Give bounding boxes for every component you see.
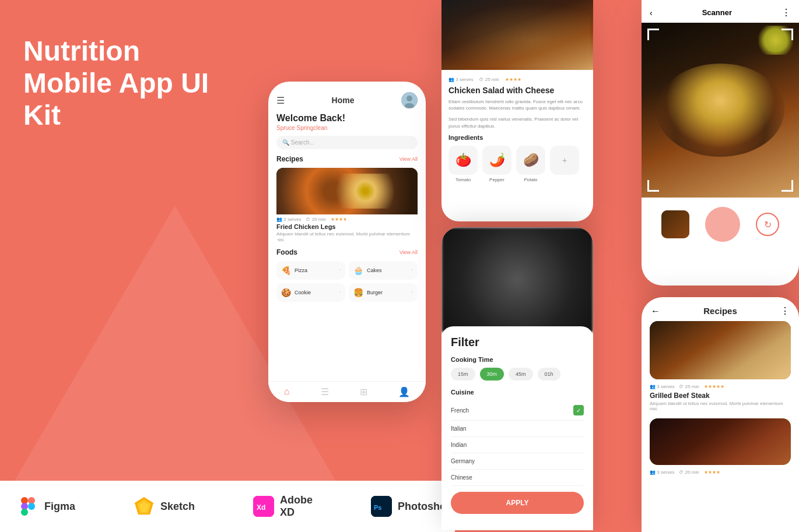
tool-adobexd: Xd Adobe XD <box>253 494 313 519</box>
recipe-image <box>276 168 418 214</box>
time-15m[interactable]: 15m <box>451 368 475 380</box>
recipe-card[interactable]: 👥 2 serves ⏱ 20 min ★★★★ Fried Chicken L… <box>276 168 418 244</box>
ingredients-title: Ingredients <box>448 134 586 141</box>
recipes-back-icon[interactable]: ← <box>651 306 660 316</box>
recipe-list-item-2[interactable]: 👥 3 serves ⏱ 20 min ★★★★ <box>642 418 799 484</box>
svg-text:Xd: Xd <box>257 503 265 512</box>
recipes-title: Recipes <box>276 155 303 163</box>
time-01h[interactable]: 01h <box>538 368 560 380</box>
title-line1: Nutrition <box>23 36 140 66</box>
scanner-back-icon[interactable]: ‹ <box>650 8 653 17</box>
cuisine-label: Cuisine <box>451 389 584 396</box>
cuisine-indian[interactable]: Indian <box>451 437 584 453</box>
recipe-list-name-1: Grilled Beef Steak <box>650 392 791 400</box>
cooking-time-label: Cooking Time <box>451 356 584 363</box>
recipe-list-meta-2: 👥 3 serves ⏱ 20 min ★★★★ <box>650 470 791 475</box>
menu-icon[interactable]: ☰ <box>276 95 285 106</box>
food-pizza[interactable]: 🍕 Pizza › <box>276 261 345 280</box>
foods-grid: 🍕 Pizza › 🧁 Cakes › 🍪 Cookie › 🍔 Burger … <box>276 261 418 302</box>
scanner-bottom: ↻ <box>642 198 799 251</box>
svg-point-4 <box>28 503 35 510</box>
detail-desc-2: Sed bibendum quis nisl varius venenatis.… <box>448 116 586 129</box>
sketch-icon <box>134 496 155 517</box>
figma-label: Figma <box>44 501 75 513</box>
time-45m[interactable]: 45m <box>509 368 533 380</box>
phone-header: ☰ Home <box>276 89 418 113</box>
nav-profile[interactable]: 👤 <box>398 386 410 397</box>
recipes-view-all[interactable]: View All <box>400 156 418 162</box>
avatar <box>401 92 418 108</box>
apply-button[interactable]: APPLY <box>451 492 584 514</box>
food-cakes[interactable]: 🧁 Cakes › <box>349 261 418 280</box>
tools-bar: Figma Sketch Xd Adobe XD Ps <box>0 481 455 532</box>
scanner-header: ‹ Scanner ⋮ <box>642 0 799 23</box>
recipe-meta: 👥 2 serves ⏱ 20 min ★★★★ <box>276 217 418 222</box>
cuisine-italian[interactable]: Italian <box>451 421 584 437</box>
tool-sketch: Sketch <box>134 496 195 517</box>
food-cookie[interactable]: 🍪 Cookie › <box>276 283 345 302</box>
svg-rect-3 <box>21 509 28 516</box>
phone-detail: 👥 3 serves ⏱ 25 min ★★★★ Chicken Salad w… <box>441 0 593 221</box>
time-options: 15m 30m 45m 01h <box>451 368 584 380</box>
recipes-more-icon[interactable]: ⋮ <box>780 305 790 316</box>
nav-plus[interactable]: ⊞ <box>360 386 367 397</box>
tool-photoshop: Ps Photoshop <box>371 496 453 517</box>
recipes-list-header: ← Recipes ⋮ <box>642 297 799 321</box>
left-panel: Nutrition Mobile App UI Kit <box>0 0 268 443</box>
scanner-title: Scanner <box>702 8 732 17</box>
foods-title: Foods <box>276 248 297 256</box>
scan-capture-button[interactable] <box>705 207 740 242</box>
scan-refresh-button[interactable]: ↻ <box>756 213 779 236</box>
scanner-more-icon[interactable]: ⋮ <box>782 7 791 18</box>
foods-view-all[interactable]: View All <box>400 249 418 255</box>
phone-filter: Filter Cooking Time 15m 30m 45m 01h Cuis… <box>441 227 593 530</box>
phone-main: ☰ Home Welcome Back! Spruce Springclean … <box>268 82 426 402</box>
food-burger[interactable]: 🍔 Burger › <box>349 283 418 302</box>
detail-desc-1: Etiam vestibulum hendrerit odio gravida.… <box>448 98 586 111</box>
filter-sheet: Filter Cooking Time 15m 30m 45m 01h Cuis… <box>441 326 593 523</box>
figma-icon <box>17 496 38 517</box>
time-30m[interactable]: 30m <box>480 368 504 380</box>
recipe-list-img-1 <box>650 321 791 379</box>
adobexd-icon: Xd <box>253 496 274 517</box>
ingredient-potato: 🥔 Potato <box>516 146 545 182</box>
username: Spruce Springclean <box>276 125 418 131</box>
search-bar[interactable]: 🔍 Search... <box>276 136 418 149</box>
ingredients-row: 🍅 Tomato 🌶️ Pepper 🥔 Potato + <box>448 146 586 182</box>
nav-home[interactable]: ⌂ <box>284 386 290 397</box>
cuisine-chinese[interactable]: Chinese <box>451 470 584 486</box>
ingredient-pepper: 🌶️ Pepper <box>482 146 511 182</box>
phone-title: Home <box>332 96 355 105</box>
main-title: Nutrition Mobile App UI Kit <box>23 35 245 132</box>
recipe-list-meta-1: 👥 3 serves ⏱ 25 min ★★★★★ <box>650 384 791 389</box>
recipe-list-item-1[interactable]: 👥 3 serves ⏱ 25 min ★★★★★ Grilled Beef S… <box>642 321 799 418</box>
scanner-image <box>642 23 799 198</box>
adobexd-label: Adobe XD <box>280 494 313 519</box>
filter-background <box>441 227 593 332</box>
recipe-list-desc-1: Aliquam blandit ut tellus nec euismod. M… <box>650 401 791 411</box>
scan-thumbnail <box>661 210 689 238</box>
filter-title: Filter <box>451 336 584 349</box>
svg-point-13 <box>406 96 412 101</box>
phone-recipes: ← Recipes ⋮ 👥 3 serves ⏱ 25 min ★★★★★ Gr… <box>642 297 799 532</box>
recipe-list-img-2 <box>650 418 791 465</box>
detail-content: 👥 3 serves ⏱ 25 min ★★★★ Chicken Salad w… <box>441 70 593 189</box>
title-line2: Mobile App UI Kit <box>23 68 209 131</box>
welcome-text: Welcome Back! <box>276 113 418 124</box>
ingredient-tomato: 🍅 Tomato <box>448 146 478 182</box>
cuisine-germany[interactable]: Germany <box>451 453 584 470</box>
foods-section-header: Foods View All <box>276 248 418 256</box>
phone-scanner: ‹ Scanner ⋮ ↻ <box>642 0 799 286</box>
sketch-label: Sketch <box>160 501 195 513</box>
cuisine-french[interactable]: French ✓ <box>451 400 584 421</box>
detail-meta: 👥 3 serves ⏱ 25 min ★★★★ <box>448 77 586 82</box>
detail-title: Chicken Salad with Cheese <box>448 86 586 95</box>
detail-image <box>441 0 593 70</box>
nav-search[interactable]: ☰ <box>321 386 329 397</box>
tool-figma: Figma <box>17 496 75 517</box>
recipe-desc: Aliquam blandit ut tellus nec euismod. M… <box>276 231 418 244</box>
photoshop-icon: Ps <box>371 496 392 517</box>
recipes-list-title: Recipes <box>703 306 737 316</box>
recipes-section-header: Recipes View All <box>276 155 418 163</box>
svg-text:Ps: Ps <box>374 504 381 511</box>
